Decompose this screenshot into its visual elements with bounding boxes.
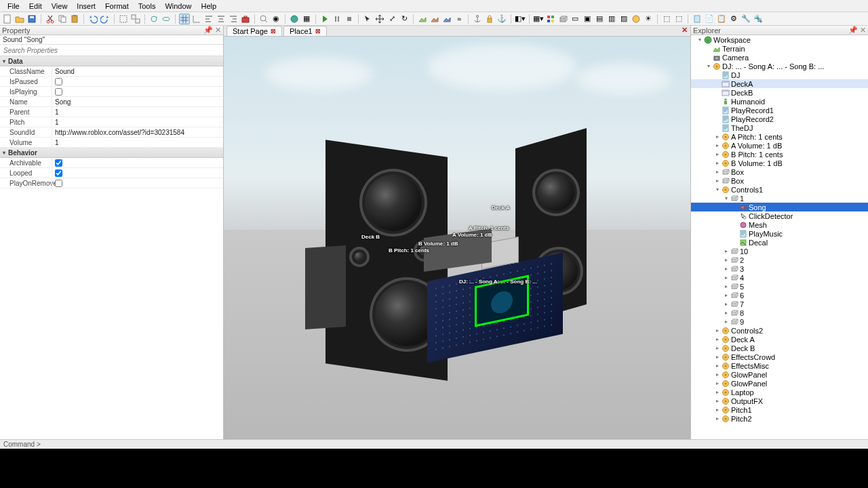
tree-item-b-pitch-1-cents[interactable]: ▸B Pitch: 1 cents	[691, 150, 868, 159]
ungroup-icon[interactable]	[130, 14, 141, 24]
script2-icon[interactable]: 📄	[704, 14, 715, 24]
tree-item-playmusic[interactable]: PlayMusic	[691, 229, 868, 238]
tree-item-deck-a[interactable]: ▸Deck A	[691, 335, 868, 344]
part6-icon[interactable]: ▨	[618, 14, 629, 24]
prop-row-name[interactable]: NameSong	[0, 97, 223, 107]
menu-tools[interactable]: Tools	[134, 1, 161, 12]
tree-item-thedj[interactable]: TheDJ	[691, 123, 868, 132]
pin-icon[interactable]: 📌	[203, 26, 213, 34]
camera-zoom-icon[interactable]	[258, 14, 269, 24]
tree-item-camera[interactable]: Camera	[691, 53, 868, 62]
viewport-3d[interactable]: Deck ADeck BA Pitch: 1 centsA Volume: 1 …	[224, 37, 690, 439]
menu-view[interactable]: View	[47, 1, 73, 12]
expand-arrow-icon[interactable]: ▸	[723, 274, 730, 281]
tree-item-b-volume-1-db[interactable]: ▸B Volume: 1 dB	[691, 159, 868, 167]
part3-icon[interactable]: ▣	[582, 14, 593, 24]
scale-tool-icon[interactable]: ⤢	[387, 14, 397, 24]
material-icon[interactable]: ▦▾	[533, 14, 544, 24]
paste-icon[interactable]	[69, 14, 80, 24]
prop-row-isplaying[interactable]: IsPlaying	[0, 87, 223, 97]
section-behavior[interactable]: Behavior	[0, 148, 223, 158]
expand-arrow-icon[interactable]: ▸	[723, 292, 730, 298]
prop-row-parent[interactable]: Parent1	[0, 107, 223, 117]
menu-window[interactable]: Window	[160, 1, 196, 12]
terrain-paint-icon[interactable]	[441, 14, 452, 24]
publish-icon[interactable]	[289, 14, 300, 24]
tree-item-deck-b[interactable]: ▸Deck B	[691, 344, 868, 352]
tree-item-playrecord1[interactable]: PlayRecord1	[691, 106, 868, 115]
tilt-icon[interactable]	[161, 14, 172, 24]
tree-item-a-pitch-1-cents[interactable]: ▸A Pitch: 1 cents	[691, 132, 868, 141]
expand-arrow-icon[interactable]: ▸	[714, 134, 721, 140]
expand-arrow-icon[interactable]: ▸	[723, 248, 730, 254]
camera-orbit-icon[interactable]: ◉	[271, 14, 281, 24]
tree-item-7[interactable]: ▸7	[691, 300, 868, 308]
tree-item-song[interactable]: Song	[691, 203, 868, 211]
stop-icon[interactable]	[344, 14, 355, 24]
tree-item-humanoid[interactable]: Humanoid	[691, 97, 868, 106]
expand-arrow-icon[interactable]: ▸	[723, 319, 730, 325]
tree-item-9[interactable]: ▸9	[691, 317, 868, 326]
tree-item-3[interactable]: ▸3	[691, 264, 868, 273]
expand-arrow-icon[interactable]: ▸	[714, 178, 721, 184]
expand-arrow-icon[interactable]: ▸	[723, 257, 730, 263]
expand-arrow-icon[interactable]: ▸	[714, 371, 721, 378]
expand-arrow-icon[interactable]: ▸	[714, 415, 721, 422]
script-icon[interactable]	[692, 14, 703, 24]
undo-icon[interactable]	[87, 14, 98, 24]
expand-arrow-icon[interactable]: ▾	[696, 37, 703, 43]
expand-arrow-icon[interactable]: ▸	[723, 301, 730, 307]
surface-icon[interactable]: ◧▾	[515, 14, 526, 24]
snap-grid-icon[interactable]	[179, 14, 190, 24]
align-right-icon[interactable]	[228, 14, 239, 24]
menu-insert[interactable]: Insert	[72, 1, 100, 12]
tree-item-laptop[interactable]: ▸Laptop	[691, 388, 868, 396]
expand-arrow-icon[interactable]: ▸	[714, 389, 721, 395]
pin-icon[interactable]: 📌	[848, 26, 858, 34]
move-tool-icon[interactable]	[374, 14, 385, 24]
tree-item-a-volume-1-db[interactable]: ▸A Volume: 1 dB	[691, 141, 868, 150]
tree-item-2[interactable]: ▸2	[691, 256, 868, 264]
tree-item-effectsmisc[interactable]: ▸EffectsMisc	[691, 361, 868, 370]
tree-item-effectscrowd[interactable]: ▸EffectsCrowd	[691, 352, 868, 361]
tab-close-icon[interactable]: ⊠	[271, 28, 276, 35]
expand-arrow-icon[interactable]: ▾	[705, 63, 712, 69]
menu-format[interactable]: Format	[100, 1, 134, 12]
expand-arrow-icon[interactable]: ▸	[714, 169, 721, 175]
rotate-icon[interactable]	[149, 14, 159, 24]
terrain-smooth-icon[interactable]: ≈	[454, 14, 465, 24]
part5-icon[interactable]: ▥	[606, 14, 617, 24]
expand-arrow-icon[interactable]: ▾	[714, 186, 721, 192]
close-icon[interactable]: ✕	[215, 26, 221, 34]
prop-row-soundid[interactable]: SoundIdhttp://www.roblox.com/asset/?id=3…	[0, 127, 223, 138]
tree-item-workspace[interactable]: ▾Workspace	[691, 35, 868, 44]
expand-arrow-icon[interactable]: ▸	[714, 398, 721, 404]
terrain-add-icon[interactable]	[417, 14, 428, 24]
part4-icon[interactable]: ▤	[594, 14, 605, 24]
expand-arrow-icon[interactable]: ▸	[714, 142, 721, 148]
tree-item-decka[interactable]: DeckA	[691, 79, 868, 88]
tree-item-outputfx[interactable]: ▸OutputFX	[691, 396, 868, 405]
extra2-icon[interactable]: ⬚	[673, 14, 684, 24]
test-icon[interactable]: ▦	[301, 14, 312, 24]
tree-item-6[interactable]: ▸6	[691, 291, 868, 300]
tree-item-glowpanel[interactable]: ▸GlowPanel	[691, 370, 868, 379]
tree-item-controls2[interactable]: ▸Controls2	[691, 326, 868, 335]
arrow-tool-icon[interactable]	[362, 14, 373, 24]
expand-arrow-icon[interactable]: ▸	[714, 345, 721, 351]
tree-item-dj-song-a-song-b-[interactable]: ▾DJ: ... - Song A: ... - Song B: ...	[691, 62, 868, 70]
toolbox-icon[interactable]	[240, 14, 251, 24]
tab-close-icon[interactable]: ⊠	[315, 28, 321, 35]
model-icon[interactable]	[631, 14, 642, 24]
tree-item-10[interactable]: ▸10	[691, 247, 868, 256]
menu-file[interactable]: File	[3, 1, 24, 12]
menu-help[interactable]: Help	[197, 1, 222, 12]
anchor-icon[interactable]	[472, 14, 483, 24]
tree-item-8[interactable]: ▸8	[691, 308, 868, 317]
tab-start-page[interactable]: Start Page⊠	[226, 26, 282, 36]
rotate-tool-icon[interactable]: ↻	[399, 14, 410, 24]
prop-row-playonremove[interactable]: PlayOnRemove	[0, 178, 223, 188]
anchor2-icon[interactable]: ⚓	[496, 14, 507, 24]
expand-arrow-icon[interactable]: ▸	[714, 151, 721, 157]
prop-row-archivable[interactable]: Archivable	[0, 158, 223, 168]
